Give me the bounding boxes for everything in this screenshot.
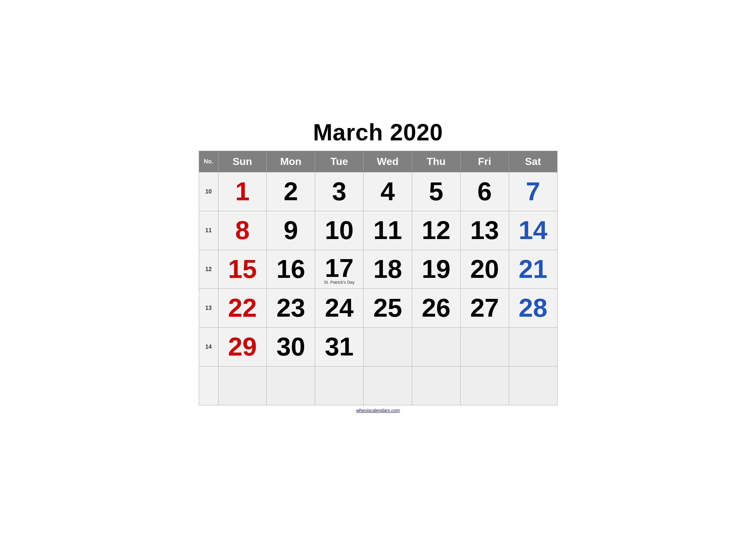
week-number: 14 <box>199 327 218 366</box>
date-number: 19 <box>422 255 450 283</box>
day-cell: 14 <box>509 211 557 250</box>
footer-link[interactable]: wheniscalendars.com <box>199 408 557 413</box>
date-number: 4 <box>380 177 395 206</box>
day-cell <box>509 366 557 405</box>
day-cell <box>267 366 315 405</box>
date-number: 23 <box>276 294 305 322</box>
day-cell: 29 <box>218 327 267 366</box>
date-number: 28 <box>519 294 548 322</box>
day-cell: 30 <box>267 327 315 366</box>
day-cell: 6 <box>460 172 509 211</box>
day-cell: 22 <box>218 289 267 327</box>
day-cell: 11 <box>364 211 412 250</box>
date-number: 22 <box>228 294 256 322</box>
header-sat: Sat <box>509 151 557 172</box>
day-cell: 25 <box>364 289 412 327</box>
calendar-week-row: 14293031 <box>199 327 557 366</box>
day-cell: 5 <box>412 172 460 211</box>
day-cell: 16 <box>267 250 315 289</box>
day-cell <box>364 327 412 366</box>
date-number: 26 <box>422 294 450 322</box>
day-cell: 10 <box>315 211 364 250</box>
day-cell: 1 <box>218 172 267 211</box>
day-cell: 12 <box>412 211 460 250</box>
day-cell: 20 <box>460 250 509 289</box>
day-cell: 28 <box>509 289 557 327</box>
calendar-title: March 2020 <box>199 119 557 146</box>
day-cell: 2 <box>267 172 315 211</box>
date-number: 20 <box>470 255 499 283</box>
week-number <box>199 366 218 405</box>
day-cell: 8 <box>218 211 267 250</box>
day-cell: 31 <box>315 327 364 366</box>
day-cell: 4 <box>364 172 412 211</box>
date-number: 1 <box>235 177 250 206</box>
calendar-header-row: No. Sun Mon Tue Wed Thu Fri Sat <box>199 151 557 172</box>
header-sun: Sun <box>218 151 267 172</box>
header-mon: Mon <box>267 151 315 172</box>
week-number: 11 <box>199 211 218 250</box>
date-number: 9 <box>284 216 298 244</box>
date-number: 30 <box>276 332 305 361</box>
calendar-container: March 2020 No. Sun Mon Tue Wed Thu Fri S… <box>189 113 567 423</box>
date-number: 16 <box>276 255 305 283</box>
date-number: 18 <box>373 255 402 283</box>
calendar-week-row: 101234567 <box>199 172 557 211</box>
day-cell: 26 <box>412 289 460 327</box>
day-cell: 17St. Patrick's Day <box>315 250 364 289</box>
date-number: 29 <box>228 332 256 361</box>
day-cell: 9 <box>267 211 315 250</box>
day-cell: 19 <box>412 250 460 289</box>
date-number: 24 <box>325 294 354 322</box>
week-number: 12 <box>199 250 218 289</box>
date-number: 13 <box>470 216 499 244</box>
week-number: 13 <box>199 289 218 327</box>
day-cell: 18 <box>364 250 412 289</box>
date-number: 8 <box>235 216 250 244</box>
date-number: 21 <box>519 255 548 283</box>
day-cell <box>412 366 460 405</box>
header-no: No. <box>199 151 218 172</box>
calendar-table: No. Sun Mon Tue Wed Thu Fri Sat 10123456… <box>199 151 557 405</box>
day-cell <box>460 327 509 366</box>
day-cell: 24 <box>315 289 364 327</box>
calendar-week-row <box>199 366 557 405</box>
day-cell <box>412 327 460 366</box>
date-number: 25 <box>373 294 402 322</box>
header-wed: Wed <box>364 151 412 172</box>
day-cell: 27 <box>460 289 509 327</box>
day-cell: 7 <box>509 172 557 211</box>
date-number: 3 <box>332 177 346 206</box>
day-cell: 23 <box>267 289 315 327</box>
day-cell <box>218 366 267 405</box>
date-number: 15 <box>228 255 256 283</box>
website-link[interactable]: wheniscalendars.com <box>356 408 400 413</box>
calendar-week-row: 11891011121314 <box>199 211 557 250</box>
date-number: 17 <box>325 254 354 282</box>
day-cell: 15 <box>218 250 267 289</box>
day-cell <box>315 366 364 405</box>
week-number: 10 <box>199 172 218 211</box>
day-cell: 3 <box>315 172 364 211</box>
date-number: 11 <box>373 216 402 244</box>
header-tue: Tue <box>315 151 364 172</box>
holiday-label: St. Patrick's Day <box>315 280 363 285</box>
date-number: 2 <box>284 177 298 206</box>
header-fri: Fri <box>460 151 509 172</box>
date-number: 6 <box>477 177 492 206</box>
day-cell <box>364 366 412 405</box>
calendar-week-row: 1322232425262728 <box>199 289 557 327</box>
date-number: 14 <box>519 216 548 244</box>
day-cell <box>509 327 557 366</box>
calendar-week-row: 12151617St. Patrick's Day18192021 <box>199 250 557 289</box>
day-cell: 13 <box>460 211 509 250</box>
day-cell <box>460 366 509 405</box>
date-number: 7 <box>526 177 540 206</box>
header-thu: Thu <box>412 151 460 172</box>
day-cell: 21 <box>509 250 557 289</box>
date-number: 12 <box>422 216 450 244</box>
date-number: 31 <box>325 332 354 361</box>
date-number: 5 <box>429 177 444 206</box>
date-number: 27 <box>470 294 499 322</box>
date-number: 10 <box>325 216 354 244</box>
